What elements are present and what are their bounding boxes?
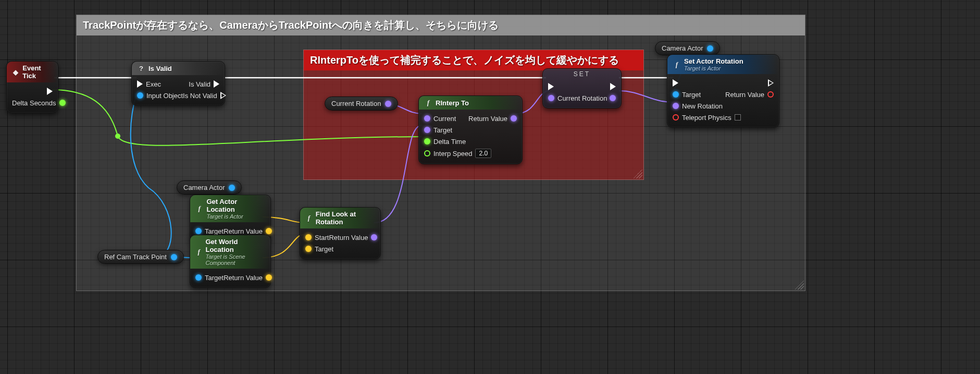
function-icon: f xyxy=(195,248,202,256)
comment-resize-handle[interactable] xyxy=(633,169,642,178)
pin-delta-time[interactable]: Delta Time xyxy=(424,138,466,146)
pin-var-in[interactable]: Current Rotation xyxy=(548,94,607,102)
pin-exec-in[interactable] xyxy=(548,83,554,90)
var-camera-actor-top[interactable]: Camera Actor xyxy=(655,41,720,55)
node-event-tick[interactable]: ◆ Event Tick Delta Seconds xyxy=(6,61,58,113)
var-label: Camera Actor xyxy=(662,44,703,52)
pin-exec-out[interactable] xyxy=(47,88,53,95)
pin-return-value[interactable]: Return Value xyxy=(329,234,377,242)
pin-exec-in[interactable]: Exec xyxy=(137,80,161,88)
node-title: Get Actor Location xyxy=(206,198,237,213)
node-find-look-at-rotation[interactable]: f Find Look at Rotation Start Return Val… xyxy=(300,207,381,259)
pin-return-value[interactable]: Return Value xyxy=(224,227,272,235)
node-title: RInterp To xyxy=(436,99,469,107)
node-header[interactable]: ? Is Valid xyxy=(132,62,225,75)
node-rinterp-to[interactable]: f RInterp To Current Return Value Target… xyxy=(418,95,523,164)
pin-out[interactable] xyxy=(385,101,391,107)
pin-target[interactable]: Target xyxy=(195,227,224,235)
pin-var-out[interactable] xyxy=(610,95,616,101)
function-icon: f xyxy=(195,204,203,213)
pin-input-object[interactable]: Input Object xyxy=(137,92,183,100)
node-header[interactable]: f Get World Location Target is Scene Com… xyxy=(190,235,270,269)
node-header[interactable]: f RInterp To xyxy=(419,96,522,110)
node-subtitle: Target is Scene Component xyxy=(205,254,265,266)
var-camera-actor-mid[interactable]: Camera Actor xyxy=(177,180,242,195)
node-header[interactable]: f Set Actor Rotation Target is Actor xyxy=(667,55,779,74)
pin-delta-seconds[interactable]: Delta Seconds xyxy=(12,99,66,107)
pin-current[interactable]: Current xyxy=(424,115,456,123)
pin-is-valid-out[interactable]: Is Valid xyxy=(189,80,219,88)
pin-return-value[interactable]: Return Value xyxy=(725,91,774,99)
comment-title[interactable]: TrackPointが存在するなら、CameraからTrackPointへの向き… xyxy=(77,15,805,35)
comment-resize-handle[interactable] xyxy=(795,280,804,289)
node-header[interactable]: f Find Look at Rotation xyxy=(300,208,380,228)
node-get-world-location[interactable]: f Get World Location Target is Scene Com… xyxy=(190,235,271,288)
comment-title-red[interactable]: RInterpToを使って補完することで、ノイズを均して緩やかにする xyxy=(304,50,643,70)
pin-out[interactable] xyxy=(171,254,177,260)
function-icon: f xyxy=(424,99,432,107)
node-set-current-rotation[interactable]: SET Current Rotation xyxy=(542,68,622,108)
node-is-valid[interactable]: ? Is Valid Exec Is Valid Input Object Is… xyxy=(131,61,225,106)
pin-new-rotation[interactable]: New Rotation xyxy=(673,102,723,110)
node-title: Is Valid xyxy=(148,65,172,73)
pin-out[interactable] xyxy=(229,185,235,191)
pin-target[interactable]: Target xyxy=(195,274,224,282)
var-label: Ref Cam Track Point xyxy=(104,253,167,261)
teleport-checkbox[interactable] xyxy=(735,114,741,120)
node-title: Get World Location xyxy=(205,238,238,254)
var-label: Camera Actor xyxy=(183,184,225,191)
pin-interp-speed[interactable]: Interp Speed 2.0 xyxy=(424,149,491,158)
event-icon: ◆ xyxy=(12,68,19,76)
node-title: SET xyxy=(543,69,621,78)
pin-target[interactable]: Target xyxy=(305,245,333,253)
node-title: Find Look at Rotation xyxy=(316,210,375,226)
node-set-actor-rotation[interactable]: f Set Actor Rotation Target is Actor Tar… xyxy=(667,54,779,128)
pin-start[interactable]: Start xyxy=(305,234,329,242)
pin-target[interactable]: Target xyxy=(673,91,701,99)
pin-return-value[interactable]: Return Value xyxy=(224,274,272,282)
node-subtitle: Target is Actor xyxy=(206,213,265,220)
node-header[interactable]: ◆ Event Tick xyxy=(7,62,58,82)
interp-speed-input[interactable]: 2.0 xyxy=(475,149,491,158)
question-icon: ? xyxy=(137,64,145,73)
node-subtitle: Target is Actor xyxy=(684,65,743,71)
pin-exec-in[interactable] xyxy=(673,79,678,87)
pin-exec-out[interactable] xyxy=(610,83,616,90)
node-header[interactable]: f Get Actor Location Target is Actor xyxy=(190,195,270,222)
pin-is-not-valid-out[interactable]: Is Not Valid xyxy=(183,92,226,100)
function-icon: f xyxy=(673,61,681,69)
pin-out[interactable] xyxy=(707,45,713,52)
pin-exec-out[interactable] xyxy=(768,79,774,87)
pin-return-value[interactable]: Return Value xyxy=(468,115,517,123)
var-ref-cam-track-point[interactable]: Ref Cam Track Point xyxy=(97,250,184,264)
var-current-rotation[interactable]: Current Rotation xyxy=(325,96,398,111)
pin-target[interactable]: Target xyxy=(424,126,452,134)
var-label: Current Rotation xyxy=(331,100,381,107)
pin-teleport-physics[interactable]: Teleport Physics xyxy=(673,114,741,122)
node-title: Set Actor Rotation xyxy=(684,57,743,65)
node-title: Event Tick xyxy=(22,64,53,80)
function-icon: f xyxy=(305,214,313,222)
